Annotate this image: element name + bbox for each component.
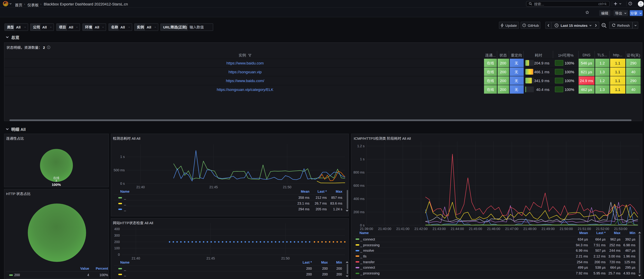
svg-text:1 s: 1 s [120, 155, 125, 159]
svg-text:0 s: 0 s [120, 182, 125, 186]
svg-text:21:39:00: 21:39:00 [360, 227, 373, 231]
svg-text:21:40:00: 21:40:00 [378, 227, 391, 231]
svg-text:21:45: 21:45 [206, 256, 215, 260]
svg-text:1.2 s: 1.2 s [357, 144, 364, 148]
svg-text:21:53:00: 21:53:00 [614, 227, 627, 231]
svg-text:21:41:00: 21:41:00 [396, 227, 409, 231]
svg-text:?: ? [524, 24, 525, 27]
svg-text:21:50:00: 21:50:00 [560, 227, 573, 231]
svg-text:100: 100 [114, 246, 120, 250]
svg-text:?: ? [630, 2, 630, 5]
svg-text:21:45: 21:45 [209, 185, 218, 189]
svg-text:300: 300 [114, 233, 120, 237]
svg-text:21:52:00: 21:52:00 [596, 227, 609, 231]
svg-text:21:51:00: 21:51:00 [578, 227, 591, 231]
svg-text:500 ms: 500 ms [114, 168, 125, 172]
svg-text:21:45:00: 21:45:00 [469, 227, 482, 231]
svg-text:400 ms: 400 ms [353, 197, 364, 201]
svg-text:400: 400 [114, 227, 120, 231]
svg-text:21:48:00: 21:48:00 [523, 227, 536, 231]
svg-text:1 s: 1 s [360, 157, 364, 161]
svg-text:0: 0 [118, 252, 120, 256]
svg-text:21:47:00: 21:47:00 [505, 227, 518, 231]
svg-text:21:50: 21:50 [281, 256, 290, 260]
svg-text:0 s: 0 s [360, 223, 364, 227]
svg-text:21:44:00: 21:44:00 [451, 227, 464, 231]
svg-text:21:50: 21:50 [283, 185, 291, 189]
svg-text:200 ms: 200 ms [353, 210, 364, 214]
svg-text:800 ms: 800 ms [353, 171, 364, 174]
svg-text:21:49:00: 21:49:00 [541, 227, 554, 231]
svg-text:21:40: 21:40 [132, 256, 140, 260]
svg-text:21:43:00: 21:43:00 [432, 227, 446, 231]
svg-text:21:40: 21:40 [136, 185, 145, 189]
svg-text:21:46:00: 21:46:00 [487, 227, 500, 231]
svg-text:200: 200 [114, 240, 120, 243]
svg-text:21:42:00: 21:42:00 [414, 227, 428, 231]
svg-text:600 ms: 600 ms [353, 184, 364, 188]
